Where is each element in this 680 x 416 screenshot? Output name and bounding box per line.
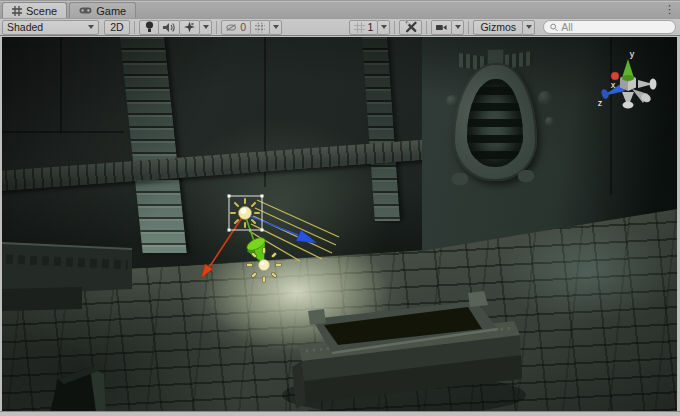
lightbulb-icon xyxy=(145,21,154,33)
grid-opacity-control[interactable]: 1 xyxy=(349,20,379,35)
separator xyxy=(394,21,395,34)
orientation-gizmo[interactable]: y x z xyxy=(598,49,657,109)
point-light-gizmo[interactable] xyxy=(248,249,280,281)
draw-mode-dropdown[interactable]: Shaded xyxy=(2,20,99,35)
grid-opacity-value: 1 xyxy=(368,21,374,33)
grid-visibility-dropdown[interactable] xyxy=(269,20,282,35)
camera-icon xyxy=(436,23,447,32)
2d-label: 2D xyxy=(110,21,123,33)
grid-icon xyxy=(12,6,22,16)
chevron-down-icon xyxy=(526,25,532,29)
effects-toggle[interactable] xyxy=(179,20,200,35)
hidden-objects-button[interactable]: 0 xyxy=(221,20,251,35)
search-input[interactable] xyxy=(561,21,669,33)
gamepad-icon xyxy=(79,6,92,15)
tab-scene[interactable]: Scene xyxy=(2,2,67,18)
scene-viewport[interactable]: y x z xyxy=(2,37,677,412)
hidden-count: 0 xyxy=(240,21,246,33)
grid-axis-icon xyxy=(255,22,265,33)
chevron-down-icon xyxy=(203,25,209,29)
axis-x-cone[interactable] xyxy=(611,72,619,80)
tab-game-label: Game xyxy=(96,5,126,17)
chevron-down-icon xyxy=(273,25,279,29)
gizmos-dropdown[interactable]: Gizmos xyxy=(473,20,523,35)
chevron-down-icon xyxy=(455,25,461,29)
wall-base-ledge[interactable] xyxy=(2,243,132,311)
scene-audio-toggle[interactable] xyxy=(158,20,180,35)
effects-dropdown[interactable] xyxy=(199,20,212,35)
tab-scene-label: Scene xyxy=(26,5,57,17)
window-bottom-border xyxy=(0,411,680,416)
grid-visibility-toggle[interactable] xyxy=(250,20,270,35)
scene-view-window: Scene Game ⋮ Shaded 2D xyxy=(0,0,680,416)
tools-icon xyxy=(405,21,417,33)
broken-slab[interactable] xyxy=(50,367,106,412)
separator xyxy=(426,21,427,34)
search-icon xyxy=(550,23,558,32)
eye-hidden-icon xyxy=(226,23,237,32)
axis-y-cone[interactable] xyxy=(622,59,634,81)
speaker-icon xyxy=(163,22,175,33)
effects-sparkle-icon xyxy=(184,21,195,33)
stone-sarcophagus[interactable] xyxy=(282,291,526,412)
gizmos-arrow-dropdown[interactable] xyxy=(522,20,535,35)
search-field[interactable] xyxy=(543,20,676,34)
separator xyxy=(216,21,217,34)
tab-game[interactable]: Game xyxy=(69,2,136,18)
camera-button[interactable] xyxy=(431,20,452,35)
overflow-menu-icon[interactable]: ⋮ xyxy=(664,2,675,17)
grid-opacity-dropdown[interactable] xyxy=(377,20,390,35)
separator xyxy=(468,21,469,34)
separator xyxy=(134,21,135,34)
axis-x-label: x xyxy=(611,80,616,90)
chevron-down-icon xyxy=(381,25,387,29)
move-handle-x[interactable] xyxy=(201,216,243,278)
grid-icon xyxy=(354,22,365,33)
camera-dropdown[interactable] xyxy=(451,20,464,35)
chevron-down-icon xyxy=(88,25,94,29)
axis-z-label: z xyxy=(598,98,603,108)
scene-toolbar: Shaded 2D xyxy=(0,19,680,36)
scene-lighting-toggle[interactable] xyxy=(139,20,159,35)
axis-y-label: y xyxy=(630,49,635,59)
gizmos-label: Gizmos xyxy=(480,21,516,33)
2d-toggle-button[interactable]: 2D xyxy=(104,20,130,35)
draw-mode-label: Shaded xyxy=(7,21,43,33)
tab-bar: Scene Game ⋮ xyxy=(0,2,680,19)
scene-overlay: y x z xyxy=(2,37,677,412)
tools-button[interactable] xyxy=(399,20,422,35)
